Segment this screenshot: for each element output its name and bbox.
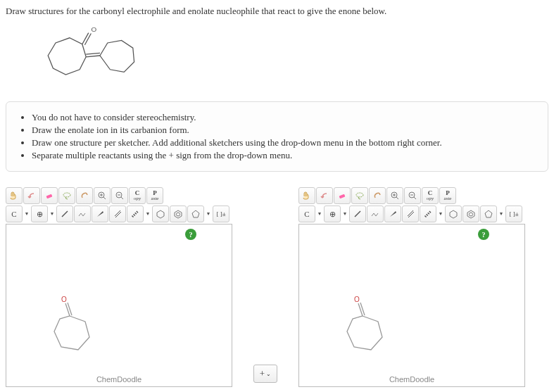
instruction-item: Draw one structure per sketcher. Add add…	[32, 137, 535, 148]
svg-point-8	[63, 193, 70, 197]
svg-line-49	[360, 303, 365, 315]
ring-dropdown-icon[interactable]: ▼	[205, 206, 212, 222]
svg-marker-0	[48, 38, 86, 75]
toolbar-top: Copy Paste	[298, 187, 525, 204]
pentagon-icon[interactable]	[480, 206, 497, 222]
benzene-icon[interactable]	[170, 206, 187, 222]
hexagon-icon[interactable]	[152, 206, 169, 222]
atom-dropdown-icon[interactable]: ▼	[316, 206, 323, 222]
svg-marker-24	[192, 210, 199, 217]
instruction-item: Draw the enolate ion in its carbanion fo…	[32, 125, 535, 136]
hand-icon[interactable]	[298, 187, 315, 204]
svg-marker-43	[450, 210, 457, 218]
paste-sub: aste	[444, 196, 452, 201]
zoom-out-icon[interactable]	[111, 187, 128, 204]
svg-point-23	[177, 213, 180, 216]
svg-line-32	[396, 197, 398, 199]
svg-marker-25	[54, 316, 89, 350]
instruction-item: Separate multiple reactants using the + …	[32, 150, 535, 161]
svg-line-27	[68, 303, 72, 315]
drawn-structure: O	[341, 295, 398, 361]
svg-line-4	[82, 33, 89, 44]
single-bond-icon[interactable]	[349, 206, 366, 222]
svg-marker-22	[175, 210, 182, 218]
drawn-structure: O	[49, 295, 105, 361]
svg-line-14	[121, 197, 123, 199]
chemdoodle-label: ChemDoodle	[6, 375, 232, 384]
help-button[interactable]: ?	[478, 229, 489, 240]
svg-marker-1	[100, 40, 134, 72]
svg-marker-17	[97, 211, 103, 217]
toolbar-bottom: C ▼ ⊕ ▼ ▼ ▼ [ ]±	[6, 206, 232, 222]
double-bond-icon[interactable]	[402, 206, 419, 222]
zoom-in-icon[interactable]	[94, 187, 111, 204]
svg-line-42	[425, 211, 431, 217]
wedge-bond-icon[interactable]	[92, 206, 108, 222]
chemdoodle-label: ChemDoodle	[299, 375, 524, 384]
instruction-item: You do not have to consider stereochemis…	[32, 112, 535, 123]
zoom-out-icon[interactable]	[404, 187, 421, 204]
svg-line-26	[65, 303, 70, 316]
lasso-icon[interactable]	[351, 187, 368, 204]
zoom-in-icon[interactable]	[386, 187, 403, 204]
sketch-canvas[interactable]: ? O ChemDoodle	[298, 224, 525, 387]
svg-line-48	[358, 303, 363, 316]
brackets-button[interactable]: [ ]±	[213, 206, 229, 222]
charge-icon[interactable]: ⊕	[31, 206, 48, 222]
hash-bond-icon[interactable]	[127, 206, 144, 222]
toolbar-top: Copy Paste	[6, 187, 232, 204]
hand-icon[interactable]	[6, 187, 23, 204]
svg-marker-39	[390, 211, 396, 217]
eraser-icon[interactable]	[41, 187, 58, 204]
undo-icon[interactable]	[23, 187, 40, 204]
bond-dropdown-icon[interactable]: ▼	[437, 206, 444, 222]
svg-marker-44	[467, 210, 474, 218]
pentagon-icon[interactable]	[187, 206, 204, 222]
add-sketcher-button[interactable]: +⌄	[253, 365, 277, 383]
brackets-button[interactable]: [ ]±	[505, 206, 522, 222]
hexagon-icon[interactable]	[445, 206, 462, 222]
copy-button[interactable]: Copy	[129, 187, 146, 204]
atom-dropdown-icon[interactable]: ▼	[23, 206, 30, 222]
copy-sub: opy	[427, 196, 434, 201]
clear-icon[interactable]	[76, 187, 93, 204]
atom-c-button[interactable]: C	[298, 206, 315, 222]
sketch-canvas[interactable]: ? O ChemDoodle	[6, 224, 232, 387]
sketcher-2: Copy Paste C ▼ ⊕ ▼ ▼ ▼ [ ]± ?	[298, 187, 525, 387]
svg-rect-7	[46, 194, 53, 198]
paste-button[interactable]: Paste	[146, 187, 163, 204]
svg-marker-21	[157, 210, 164, 218]
svg-text:O: O	[354, 296, 360, 303]
toolbar-bottom: C ▼ ⊕ ▼ ▼ ▼ [ ]±	[298, 206, 525, 222]
undo-icon[interactable]	[316, 187, 333, 204]
hash-bond-icon[interactable]	[420, 206, 436, 222]
svg-marker-46	[485, 210, 492, 217]
eraser-icon[interactable]	[334, 187, 351, 204]
paste-button[interactable]: Paste	[439, 187, 456, 204]
charge-dropdown-icon[interactable]: ▼	[49, 206, 56, 222]
ring-dropdown-icon[interactable]: ▼	[498, 206, 505, 222]
caret-down-icon: ⌄	[266, 371, 271, 377]
wedge-bond-icon[interactable]	[384, 206, 401, 222]
svg-marker-47	[347, 316, 382, 350]
svg-rect-29	[339, 194, 346, 198]
svg-line-20	[132, 211, 138, 217]
single-bond-icon[interactable]	[56, 206, 73, 222]
bond-dropdown-icon[interactable]: ▼	[144, 206, 151, 222]
lasso-icon[interactable]	[58, 187, 75, 204]
help-button[interactable]: ?	[185, 229, 196, 240]
charge-icon[interactable]: ⊕	[324, 206, 341, 222]
double-bond-icon[interactable]	[109, 206, 126, 222]
benzene-icon[interactable]	[462, 206, 479, 222]
svg-line-2	[86, 56, 100, 57]
clear-icon[interactable]	[369, 187, 386, 204]
copy-sub: opy	[134, 196, 141, 201]
chain-icon[interactable]	[367, 206, 384, 222]
atom-c-button[interactable]: C	[6, 206, 23, 222]
chain-icon[interactable]	[74, 206, 91, 222]
copy-button[interactable]: Copy	[422, 187, 439, 204]
svg-text:O: O	[91, 25, 96, 33]
charge-dropdown-icon[interactable]: ▼	[341, 206, 348, 222]
sketchers-row: Copy Paste C ▼ ⊕ ▼ ▼ ▼ [ ]± ?	[6, 187, 548, 387]
sketcher-1: Copy Paste C ▼ ⊕ ▼ ▼ ▼ [ ]± ?	[6, 187, 232, 387]
